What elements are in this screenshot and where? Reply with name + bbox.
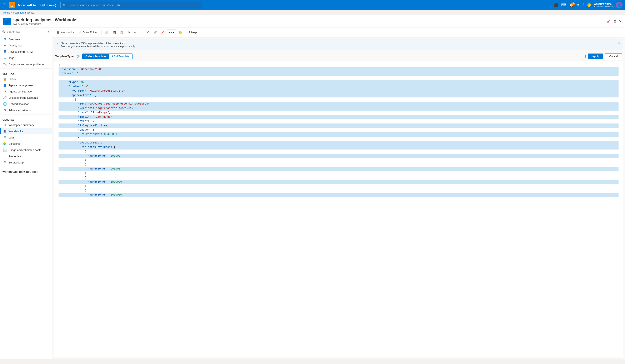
- sidebar-label-workspace-summary: Workspace summary: [8, 123, 34, 127]
- sidebar-item-locks[interactable]: 🔒 Locks: [0, 76, 52, 82]
- json-line-26: {: [59, 176, 619, 180]
- sidebar-item-advanced-settings[interactable]: ⚙ Advanced settings: [0, 107, 52, 113]
- overview-icon: ⊞: [3, 37, 6, 41]
- pin-toolbar-btn[interactable]: 📌: [159, 30, 166, 35]
- json-line-21: "durationMs": 300000: [59, 154, 619, 158]
- search-placeholder: Search resources, services, and docs (G+…: [68, 3, 120, 7]
- sidebar-item-agents-management[interactable]: 👤 Agents management: [0, 82, 52, 88]
- code-editor-btn[interactable]: </>: [167, 30, 176, 35]
- template-type-info-icon[interactable]: i: [77, 55, 80, 58]
- sidebar-item-solutions[interactable]: 🧩 Solutions: [0, 141, 52, 147]
- template-type-row: Template Type i Gallery Template ARM Tem…: [52, 52, 625, 61]
- feedback-icon[interactable]: 😊: [587, 3, 591, 7]
- workbooks-icon: 📓: [3, 129, 6, 133]
- download-btn[interactable]: ↓: [585, 54, 587, 59]
- resource-subtitle: Log Analytics workspace: [13, 22, 77, 25]
- account-name: Account Name: [594, 2, 615, 5]
- breadcrumb-resource[interactable]: spark-log-analytics: [13, 11, 34, 14]
- print-icon[interactable]: 🖨: [613, 19, 617, 23]
- emoji-btn[interactable]: 😊: [177, 30, 184, 35]
- edit-btn[interactable]: ✏: [132, 30, 138, 35]
- svg-rect-4: [4, 23, 8, 23]
- sidebar-label-advanced-settings: Advanced settings: [8, 109, 31, 112]
- sidebar-item-linked-storage[interactable]: 🔗 Linked storage accounts: [0, 94, 52, 101]
- sidebar-search-input[interactable]: [7, 30, 45, 33]
- global-search[interactable]: 🔍 Search resources, services, and docs (…: [61, 2, 202, 8]
- sidebar-item-access-control[interactable]: 👤 Access control (IAM): [0, 49, 52, 55]
- content-area: 📓 Workbooks 📄 Done Editing ⬜ 💾 📋 ⚙: [52, 28, 625, 359]
- refresh-btn[interactable]: ↺: [145, 30, 151, 35]
- hamburger-menu[interactable]: ☰: [2, 3, 6, 7]
- info-text: Shown below is a JSON representation of …: [61, 42, 136, 48]
- resource-title: spark-log-analytics | Workbooks: [13, 18, 77, 22]
- sidebar-label-diagnose: Diagnose and solve problems: [8, 63, 44, 66]
- cancel-btn[interactable]: Cancel: [605, 53, 622, 59]
- json-line-25: },: [59, 171, 619, 176]
- done-editing-btn[interactable]: 📄 Done Editing: [77, 30, 100, 35]
- json-line-0: {: [59, 63, 619, 67]
- save-icon: 💾: [113, 31, 116, 34]
- resource-actions: 📌 🖨 ✕: [606, 19, 622, 23]
- settings-toolbar-btn[interactable]: ⚙: [126, 30, 132, 35]
- close-resource-icon[interactable]: ✕: [619, 19, 622, 23]
- save-as-btn[interactable]: 📋: [118, 30, 125, 35]
- chevron-down-icon: ⌄: [141, 31, 143, 34]
- workbooks-toolbar-icon: 📓: [56, 31, 60, 34]
- breadcrumb-home[interactable]: Home: [3, 11, 10, 14]
- chevron-down-btn[interactable]: ⌄: [139, 30, 145, 35]
- help-icon[interactable]: ?: [582, 3, 584, 7]
- json-line-23: {: [59, 162, 619, 167]
- toolbar-sep-1: [101, 30, 102, 34]
- sidebar-item-tags[interactable]: 🏷 Tags: [0, 55, 52, 61]
- pin-icon[interactable]: 📌: [606, 19, 611, 23]
- template-type-label: Template Type: [55, 55, 74, 58]
- sidebar-item-diagnose[interactable]: 🔧 Diagnose and solve problems: [0, 61, 52, 67]
- json-line-4: "type": 9,: [59, 80, 619, 85]
- sidebar-search-container: 🔍 «: [0, 28, 52, 36]
- arm-template-tab[interactable]: ARM Template: [109, 54, 132, 59]
- network-isolation-icon: 🌐: [3, 102, 6, 106]
- notification-badge: 7: [572, 2, 575, 5]
- settings-toolbar-icon: ⚙: [127, 31, 130, 34]
- resource-title-block: spark-log-analytics | Workbooks Log Anal…: [13, 18, 77, 25]
- diagnose-icon: 🔧: [3, 62, 6, 66]
- sidebar-label-activity-log: Activity log: [8, 44, 22, 47]
- cloud-shell-icon[interactable]: ⌨: [561, 3, 566, 7]
- sidebar-item-network-isolation[interactable]: 🌐 Network Isolation: [0, 101, 52, 107]
- gallery-template-tab[interactable]: Gallery Template: [82, 54, 109, 59]
- sidebar-label-properties: Properties: [8, 155, 21, 158]
- sidebar-item-properties[interactable]: ☰ Properties: [0, 153, 52, 159]
- resource-header: spark-log-analytics | Workbooks Log Anal…: [0, 15, 625, 28]
- sidebar-item-usage-costs[interactable]: 📊 Usage and estimated costs: [0, 147, 52, 153]
- info-banner-close[interactable]: ✕: [618, 41, 621, 45]
- help-btn[interactable]: ? Help: [187, 30, 199, 35]
- breadcrumb-sep: ›: [11, 11, 12, 14]
- notifications-icon[interactable]: 🔔 7: [569, 3, 574, 7]
- json-line-1: "version": "Notebook/1.0",: [59, 67, 619, 72]
- sidebar-item-workspace-summary[interactable]: ⊞ Workspace summary: [0, 122, 52, 128]
- sidebar-item-agents-configuration[interactable]: ⚙ Agents configuration: [0, 88, 52, 94]
- share-btn[interactable]: 🔗: [152, 30, 158, 35]
- account-info[interactable]: Account Name Azure Active Directory 👤: [594, 2, 623, 8]
- sidebar-item-overview[interactable]: ⊞ Overview: [0, 36, 52, 42]
- json-editor[interactable]: { "version": "Notebook/1.0", "items": [ …: [54, 61, 623, 357]
- brand-name: Microsoft Azure (Preview): [18, 3, 56, 7]
- save-btn[interactable]: 💾: [111, 30, 118, 35]
- sidebar-item-activity-log[interactable]: ≡ Activity log: [0, 42, 52, 49]
- sidebar-item-logs[interactable]: 📋 Logs: [0, 134, 52, 141]
- new-item-btn[interactable]: ⬜: [103, 30, 110, 35]
- apply-btn[interactable]: Apply: [588, 54, 603, 59]
- portal-icon[interactable]: ⬛: [554, 3, 558, 7]
- settings-icon[interactable]: ⚙: [576, 3, 579, 7]
- brand-icon: 🔥: [9, 2, 15, 8]
- sidebar-label-overview: Overview: [8, 38, 20, 41]
- sidebar-collapse-icon[interactable]: «: [46, 29, 50, 34]
- sidebar-item-workbooks[interactable]: 📓 Workbooks: [0, 128, 52, 134]
- pin-toolbar-icon: 📌: [161, 31, 164, 34]
- sidebar-label-service-map: Service Map: [8, 161, 24, 164]
- share-icon: 🔗: [154, 31, 157, 34]
- service-map-icon: 🗺: [3, 161, 6, 164]
- sidebar-label-agents-management: Agents management: [8, 84, 33, 87]
- workbooks-toolbar-btn[interactable]: 📓 Workbooks: [55, 30, 76, 35]
- sidebar-item-service-map[interactable]: 🗺 Service Map: [0, 159, 52, 166]
